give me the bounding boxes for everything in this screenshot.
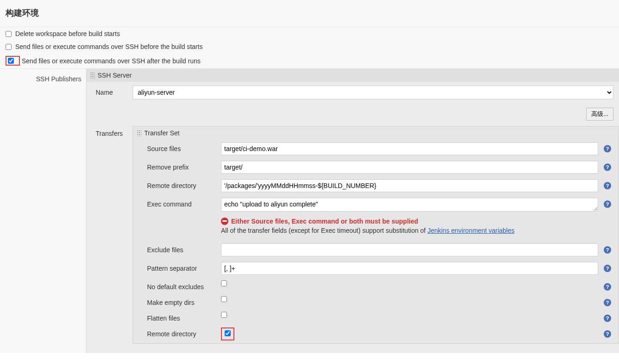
remove-prefix-row: Remove prefix ? — [133, 158, 619, 176]
help-icon[interactable]: ? — [604, 315, 611, 322]
exclude-files-input[interactable] — [221, 243, 598, 256]
source-files-input[interactable] — [221, 142, 598, 155]
make-empty-dirs-row: Make empty dirs ? — [133, 293, 619, 309]
remove-prefix-input[interactable] — [221, 161, 598, 174]
env-option-delete-workspace[interactable]: Delete workspace before build starts — [0, 27, 619, 40]
transfers-block: Transfers Transfer Set Source files ? Re… — [86, 121, 619, 344]
advanced-button[interactable]: 高级... — [586, 108, 613, 121]
section-header: 构建环境 — [0, 0, 619, 27]
checkbox-delete-workspace[interactable] — [6, 31, 12, 37]
transfer-set-title: Transfer Set — [144, 129, 180, 137]
transfers-label: Transfers — [96, 126, 133, 344]
help-icon[interactable]: ? — [604, 330, 611, 338]
help-icon[interactable]: ? — [604, 283, 611, 291]
exclude-files-row: Exclude files ? — [133, 241, 619, 259]
error-text: Either Source files, Exec command or bot… — [231, 218, 418, 225]
source-files-row: Source files ? — [133, 140, 619, 158]
ssh-server-name-row: Name aliyun-server — [86, 82, 619, 103]
help-icon[interactable]: ? — [604, 299, 611, 306]
help-icon[interactable]: ? — [604, 246, 611, 254]
ssh-publishers-content: SSH Server Name aliyun-server 高级... Tran… — [86, 69, 619, 353]
pattern-separator-row: Pattern separator ? — [133, 259, 619, 278]
no-default-excludes-label: No default excludes — [147, 280, 221, 291]
ssh-server-name-select[interactable]: aliyun-server — [133, 85, 613, 99]
env-option-label: Delete workspace before build starts — [15, 30, 120, 37]
exec-command-row: Exec command echo "upload to aliyun comp… — [133, 195, 619, 216]
help-icon[interactable]: ? — [604, 182, 611, 189]
pattern-separator-input[interactable] — [221, 262, 598, 275]
ssh-server-title: SSH Server — [98, 72, 132, 79]
env-option-label: Send files or execute commands over SSH … — [15, 43, 202, 50]
no-default-excludes-row: No default excludes ? — [133, 278, 619, 293]
no-default-excludes-checkbox[interactable] — [221, 280, 227, 286]
exclude-files-label: Exclude files — [147, 243, 221, 254]
make-empty-dirs-label: Make empty dirs — [147, 296, 221, 306]
transfer-set-header: Transfer Set — [133, 127, 619, 140]
flatten-files-row: Flatten files ? — [133, 309, 619, 325]
highlight-box — [6, 56, 20, 66]
ssh-publishers-label: SSH Publishers — [0, 69, 86, 353]
exec-command-textarea[interactable]: echo "upload to aliyun complete" — [221, 198, 598, 212]
make-empty-dirs-checkbox[interactable] — [221, 296, 227, 302]
name-label: Name — [96, 89, 133, 96]
ssh-server-header: SSH Server — [86, 69, 619, 82]
remote-directory-cb-row: Remote directory ? — [133, 325, 619, 343]
help-icon[interactable]: ? — [604, 145, 611, 152]
drag-handle-icon[interactable] — [137, 130, 141, 136]
remote-directory-input[interactable] — [221, 179, 598, 192]
help-icon[interactable]: ? — [604, 200, 611, 208]
help-icon[interactable]: ? — [604, 164, 611, 171]
flatten-files-checkbox[interactable] — [221, 312, 227, 318]
exec-command-label: Exec command — [147, 198, 221, 208]
remote-directory-cb-label: Remote directory — [147, 328, 221, 338]
highlight-box — [221, 328, 234, 340]
note-row: All of the transfer fields (except for E… — [133, 226, 619, 241]
help-icon[interactable]: ? — [604, 265, 611, 272]
pattern-separator-label: Pattern separator — [147, 262, 221, 272]
checkbox-ssh-before[interactable] — [6, 44, 12, 50]
remote-directory-row: Remote directory ? — [133, 176, 619, 195]
checkbox-ssh-after[interactable] — [8, 58, 14, 64]
env-vars-link[interactable]: Jenkins environment variables — [428, 227, 515, 234]
transfer-set: Transfer Set Source files ? Remove prefi… — [133, 126, 619, 344]
error-icon — [221, 218, 228, 225]
env-option-ssh-after[interactable]: Send files or execute commands over SSH … — [0, 53, 619, 68]
note-prefix: All of the transfer fields (except for E… — [221, 227, 428, 234]
remote-directory-label: Remote directory — [147, 179, 221, 189]
flatten-files-label: Flatten files — [147, 312, 221, 322]
remote-directory-checkbox[interactable] — [225, 330, 231, 336]
ssh-publishers-block: SSH Publishers SSH Server Name aliyun-se… — [0, 68, 619, 353]
drag-handle-icon[interactable] — [90, 72, 95, 79]
env-option-label: Send files or execute commands over SSH … — [22, 57, 201, 65]
error-row: Either Source files, Exec command or bot… — [133, 216, 619, 226]
source-files-label: Source files — [147, 142, 221, 152]
advanced-row: 高级... — [86, 103, 619, 121]
env-option-ssh-before[interactable]: Send files or execute commands over SSH … — [0, 40, 619, 53]
remove-prefix-label: Remove prefix — [147, 161, 221, 171]
